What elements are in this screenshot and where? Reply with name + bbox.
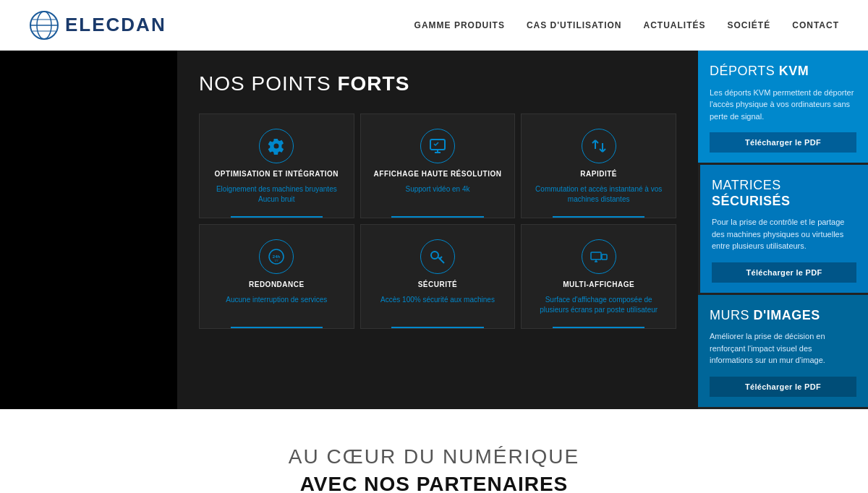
feature-multiaffichage-title: MULTI-AFFICHAGE <box>563 280 634 289</box>
logo-area: ELECDAN <box>29 10 166 40</box>
murs-images-pdf-button[interactable]: Télécharger le PDF <box>710 377 856 397</box>
gear-icon <box>259 129 294 163</box>
feature-securite-desc: Accès 100% sécurité aux machines <box>380 295 495 305</box>
logo-globe-icon <box>29 10 59 40</box>
svg-point-11 <box>431 252 438 259</box>
feature-rapidite-desc: Commutation et accès instantané à vos ma… <box>530 184 667 205</box>
main-section: NOS POINTS FORTS OPTIMISATION ET INTÉGRA… <box>0 51 868 409</box>
matrices-pdf-button[interactable]: Télécharger le PDF <box>712 262 856 283</box>
center-content: NOS POINTS FORTS OPTIMISATION ET INTÉGRA… <box>177 51 698 409</box>
feature-affichage-title: AFFICHAGE HAUTE RÉSOLUTION <box>374 169 502 179</box>
feature-rapidite: RAPIDITÉ Commutation et accès instantané… <box>521 113 676 218</box>
deports-kvm-pdf-button[interactable]: Télécharger le PDF <box>710 132 856 153</box>
feature-affichage-desc: Support vidéo en 4k <box>406 184 470 194</box>
feature-affichage: AFFICHAGE HAUTE RÉSOLUTION Support vidéo… <box>360 113 516 218</box>
deports-kvm-title: DÉPORTS KVM <box>710 64 856 80</box>
right-sidebar: DÉPORTS KVM Les déports KVM permettent d… <box>698 51 868 409</box>
feature-optimisation-desc: Eloignement des machines bruyantes Aucun… <box>208 184 345 205</box>
left-panel <box>0 51 177 409</box>
clock24-icon: 24h 7/7 <box>259 239 294 274</box>
logo-text: ELECDAN <box>65 14 166 36</box>
header: ELECDAN GAMME PRODUITS CAS D'UTILISATION… <box>0 0 868 51</box>
bottom-title: AU CŒUR DU NUMÉRIQUE <box>29 445 839 468</box>
feature-rapidite-title: RAPIDITÉ <box>580 169 617 179</box>
svg-rect-13 <box>602 254 607 260</box>
feature-redondance: 24h 7/7 REDONDANCE Aucune interruption d… <box>199 224 354 329</box>
nav-gamme-produits[interactable]: GAMME PRODUITS <box>414 20 505 30</box>
feature-optimisation: OPTIMISATION ET INTÉGRATION Eloignement … <box>199 113 354 218</box>
svg-rect-12 <box>591 252 601 260</box>
key-icon <box>420 239 455 274</box>
nav-cas-utilisation[interactable]: CAS D'UTILISATION <box>527 20 622 30</box>
bottom-section: AU CŒUR DU NUMÉRIQUE AVEC NOS PARTENAIRE… <box>0 409 868 493</box>
display-icon <box>420 129 455 163</box>
deports-kvm-desc: Les déports KVM permettent de déporter l… <box>710 87 856 123</box>
murs-images-title: MURS D'IMAGES <box>710 308 856 324</box>
sidebar-deports-kvm: DÉPORTS KVM Les déports KVM permettent d… <box>698 51 868 165</box>
features-grid: OPTIMISATION ET INTÉGRATION Eloignement … <box>199 113 676 329</box>
nav-societe[interactable]: SOCIÉTÉ <box>728 20 771 30</box>
multiscreen-icon <box>582 239 616 274</box>
murs-images-desc: Améliorer la prise de décision en renfor… <box>710 330 856 366</box>
svg-text:7/7: 7/7 <box>275 259 279 262</box>
feature-multiaffichage: MULTI-AFFICHAGE Surface d'affichage comp… <box>521 224 676 329</box>
sidebar-murs-images: MURS D'IMAGES Améliorer la prise de déci… <box>698 295 868 409</box>
feature-securite: SÉCURITÉ Accès 100% sécurité aux machine… <box>360 224 516 329</box>
bottom-subtitle: AVEC NOS PARTENAIRES <box>29 473 839 493</box>
svg-rect-5 <box>430 140 445 150</box>
sidebar-matrices: MATRICES SÉCURISÉS Pour la prise de cont… <box>698 165 868 295</box>
nav-actualites[interactable]: ACTUALITÉS <box>644 20 706 30</box>
section-title: NOS POINTS FORTS <box>199 72 676 95</box>
feature-multiaffichage-desc: Surface d'affichage composée de plusieur… <box>530 295 667 315</box>
arrows-icon <box>582 129 616 163</box>
nav-menu: GAMME PRODUITS CAS D'UTILISATION ACTUALI… <box>414 20 839 30</box>
matrices-desc: Pour la prise de contrôle et le partage … <box>712 216 856 252</box>
feature-redondance-desc: Aucune interruption de services <box>226 295 327 305</box>
feature-optimisation-title: OPTIMISATION ET INTÉGRATION <box>215 169 339 179</box>
feature-securite-title: SÉCURITÉ <box>418 280 458 289</box>
matrices-title: MATRICES SÉCURISÉS <box>712 178 856 209</box>
feature-redondance-title: REDONDANCE <box>249 280 305 289</box>
nav-contact[interactable]: CONTACT <box>792 20 839 30</box>
